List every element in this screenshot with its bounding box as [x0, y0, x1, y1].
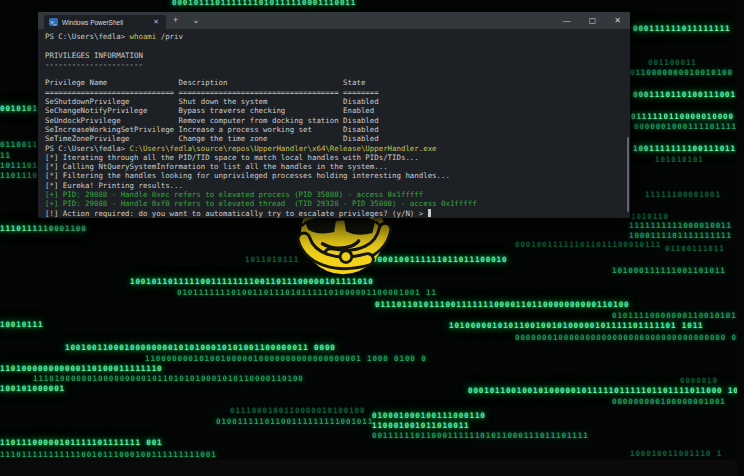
binary-row: 1101110	[0, 171, 38, 180]
binary-row: 0000100111111011011100010	[372, 255, 507, 264]
terminal-text: ============================= ==========…	[45, 88, 379, 97]
tab-title: Windows PowerShell	[62, 19, 147, 26]
terminal-window: >_ Windows PowerShell ✕ + ⌄ — ▢ ✕ PS C:\…	[38, 12, 630, 218]
binary-row: 0111000100110000010100100	[230, 406, 365, 415]
terminal-output: PS C:\Users\fedla> whoami /priv PRIVILEG…	[38, 29, 630, 218]
binary-row: 100010011001110 1	[630, 449, 722, 458]
binary-row: 0001110110100111001	[633, 90, 736, 99]
desktop: 0001011101111111010111110001110011000111…	[0, 0, 744, 476]
powershell-icon: >_	[49, 18, 58, 26]
terminal-scrollbar[interactable]	[627, 137, 629, 212]
terminal-text: /priv	[156, 32, 183, 41]
binary-row: 110001001011010011	[372, 421, 469, 430]
tab-dropdown-button[interactable]: ⌄	[185, 12, 207, 29]
terminal-text: SeUndockPrivilege Remove computer from d…	[45, 116, 379, 125]
terminal-text: whoami	[130, 32, 157, 41]
right-edge-strip	[737, 0, 744, 476]
terminal-text: SeTimeZonePrivilege Change the time zone…	[45, 134, 379, 143]
terminal-cursor	[428, 209, 432, 217]
terminal-text: ----------------------	[45, 60, 143, 69]
binary-row: 01100111011	[665, 244, 725, 253]
close-button[interactable]: ✕	[605, 12, 630, 29]
binary-row: 1010000010101100100101000001011111011111…	[449, 321, 704, 330]
binary-row: 1011101	[0, 161, 38, 170]
tab-close-button[interactable]: ✕	[151, 17, 161, 27]
binary-row: 1110111110001100	[0, 224, 87, 233]
minimize-button[interactable]: —	[554, 12, 580, 29]
binary-row: 101010101	[655, 155, 704, 164]
binary-row: 000111111011111111	[633, 24, 730, 33]
binary-row: 1011010111	[245, 255, 299, 264]
binary-row: 0110011	[0, 140, 38, 149]
binary-row: 0111110110000010000	[631, 112, 734, 121]
binary-row: 001100011	[648, 58, 697, 67]
binary-row: 1010110	[631, 212, 669, 221]
binary-row: 000000010000000000000000000000000000000 …	[515, 333, 742, 342]
terminal-text: PRIVILEGES INFORMATION	[45, 51, 143, 60]
binary-row: 01001111101100111111111001011	[216, 417, 373, 426]
tab-windows-powershell[interactable]: >_ Windows PowerShell ✕	[44, 15, 166, 29]
binary-row: 1111111111000010011	[629, 221, 732, 230]
binary-row: 0001011001001010000010111110111110110111…	[468, 386, 739, 395]
binary-row: 0101111111010011011101011111010000011000…	[177, 288, 437, 297]
terminal-titlebar: >_ Windows PowerShell ✕ + ⌄ — ▢ ✕	[38, 12, 630, 29]
terminal-line: SeTimeZonePrivilege Change the time zone…	[45, 134, 630, 143]
binary-row: 110100000000000110100011111110	[0, 364, 162, 373]
binary-row: 0001011101111111010111110001110011	[172, 0, 356, 7]
binary-row: 11	[0, 151, 11, 160]
binary-row: 0000001000111101111	[634, 122, 737, 131]
binary-row: 101000111111001101011	[612, 266, 726, 275]
terminal-line: [*] Filtering the handles looking for un…	[45, 171, 630, 180]
terminal-line: SeIncreaseWorkingSetPrivilege Increase a…	[45, 125, 630, 134]
binary-row: 0000010	[680, 376, 718, 385]
terminal-line: [+] PID: 29088 - Handle 0xf0 refers to e…	[45, 199, 630, 208]
terminal-text: [*] Calling NtQuerySystemInformation to …	[45, 162, 388, 171]
new-tab-button[interactable]: +	[166, 12, 185, 29]
binary-row: 000100111111011011100010111	[515, 240, 661, 249]
binary-row: 010001000100111000110	[372, 411, 486, 420]
terminal-text: PS C:\Users\fedla>	[45, 144, 130, 153]
bottom-edge-strip	[0, 460, 744, 476]
binary-row: 0110000000010010100	[630, 68, 733, 77]
terminal-line: ----------------------	[45, 60, 630, 69]
terminal-text: SeShutdownPrivilege Shut down the system…	[45, 97, 379, 106]
binary-row: 0010101	[0, 104, 38, 113]
terminal-line: [*] Eureka! Printing results...	[45, 181, 630, 190]
binary-row: 1100000001010010000010000000000000000001…	[145, 354, 427, 363]
terminal-text: SeIncreaseWorkingSetPrivilege Increase a…	[45, 125, 379, 134]
titlebar-drag-area[interactable]	[207, 12, 554, 29]
terminal-text: [*] Eureka! Printing results...	[45, 181, 183, 190]
maximize-button[interactable]: ▢	[580, 12, 606, 29]
terminal-text: [*] Iterating through all the PID/TID sp…	[45, 153, 419, 162]
terminal-text: SeChangeNotifyPrivilege Bypass traverse …	[45, 106, 379, 115]
terminal-line: Privilege Name Description State	[45, 78, 630, 87]
binary-row: 1110100000010000000001011010101000101011…	[33, 374, 304, 383]
binary-row: 01011110000000110010101	[612, 311, 737, 320]
binary-row: 1110111111111110010111000100111111111001	[0, 450, 217, 459]
terminal-line: [*] Calling NtQuerySystemInformation to …	[45, 162, 630, 171]
terminal-text: [+] PID: 29088 - Handle 0xf0 refers to e…	[45, 199, 477, 208]
binary-row: 0111011010111001111111000011011000000000…	[375, 300, 630, 309]
terminal-line: SeChangeNotifyPrivilege Bypass traverse …	[45, 106, 630, 115]
terminal-line: [*] Iterating through all the PID/TID sp…	[45, 153, 630, 162]
terminal-text: Privilege Name Description State	[45, 78, 379, 87]
terminal-line	[45, 41, 630, 50]
binary-row: 0011111101100011111101011000111011101111	[372, 431, 589, 440]
terminal-text: C:\Users\fedla\source\repos\UpperHandler…	[130, 144, 437, 153]
terminal-line: PS C:\Users\fedla> C:\Users\fedla\source…	[45, 144, 630, 153]
binary-row: 11011100000101111101111111 001	[0, 438, 162, 447]
terminal-text: [!] Action required: do you want to auto…	[45, 209, 428, 218]
terminal-line: SeUndockPrivilege Remove computer from d…	[45, 116, 630, 125]
binary-row: 1000111101111111111	[629, 231, 732, 240]
terminal-line: PS C:\Users\fedla> whoami /priv	[45, 32, 630, 41]
binary-row: 000000000100000001001	[612, 397, 726, 406]
terminal-line: ============================= ==========…	[45, 88, 630, 97]
binary-row: 10010111	[0, 320, 43, 329]
terminal-text: [*] Filtering the handles looking for un…	[45, 171, 450, 180]
binary-row: 100101000001	[0, 384, 65, 393]
terminal-line: SeShutdownPrivilege Shut down the system…	[45, 97, 630, 106]
terminal-line: PRIVILEGES INFORMATION	[45, 51, 630, 60]
binary-row: 11111100001001	[645, 190, 721, 199]
binary-row: 1001111111100111011	[633, 144, 736, 153]
terminal-line	[45, 69, 630, 78]
